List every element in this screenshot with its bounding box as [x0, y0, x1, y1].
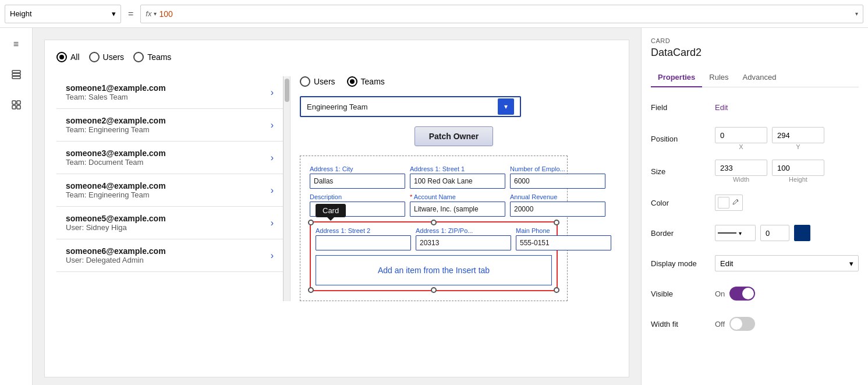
- visible-label: Visible: [651, 289, 715, 298]
- position-row: Position X Y: [651, 127, 859, 150]
- card-title: DataCard2: [651, 47, 859, 59]
- y-label: Y: [796, 143, 800, 150]
- card-tooltip: Card: [316, 204, 346, 217]
- dropdown-arrow-icon: ▾: [498, 98, 514, 115]
- field-input-1[interactable]: [410, 174, 505, 189]
- person-chevron-1: ›: [271, 120, 274, 130]
- fx-icon: fx: [146, 9, 151, 18]
- layers-icon[interactable]: [7, 65, 26, 84]
- size-row: Size Width Height: [651, 160, 859, 183]
- top-bar: Height ▾ = fx ▾ 100 ▾: [0, 0, 868, 28]
- border-style-dropdown[interactable]: ▾: [715, 225, 756, 241]
- scrollbar[interactable]: [284, 76, 290, 301]
- person-item-4[interactable]: someone5@example.com User: Sidney Higa ›: [56, 207, 283, 239]
- svg-rect-1: [12, 73, 20, 76]
- border-width-input[interactable]: [760, 225, 789, 241]
- form-radio-users-label: Users: [314, 77, 335, 86]
- tab-rules[interactable]: Rules: [702, 68, 735, 87]
- team-dropdown[interactable]: Engineering Team ▾: [300, 96, 521, 117]
- field-label-8: Main Phone: [516, 227, 611, 234]
- person-email-0: someone1@example.com: [66, 83, 271, 93]
- tab-advanced[interactable]: Advanced: [736, 68, 784, 87]
- width-fit-label: Width fit: [651, 320, 715, 329]
- radio-all[interactable]: All: [56, 52, 80, 62]
- display-mode-chevron: ▾: [849, 259, 853, 268]
- border-value-area: ▾: [715, 225, 859, 241]
- svg-rect-0: [12, 70, 20, 73]
- field-input-7[interactable]: [416, 235, 511, 250]
- radio-users[interactable]: Users: [89, 52, 125, 62]
- position-y-pair: Y: [772, 127, 824, 150]
- grid-icon[interactable]: [7, 96, 26, 114]
- radio-all-circle: [56, 52, 67, 62]
- radio-teams[interactable]: Teams: [133, 52, 171, 62]
- team-dropdown-value: Engineering Team: [307, 103, 368, 111]
- position-xy: X Y: [715, 127, 859, 150]
- visible-toggle[interactable]: [729, 287, 755, 301]
- form-radio-teams[interactable]: Teams: [347, 76, 385, 87]
- people-list: someone1@example.com Team: Sales Team › …: [56, 76, 284, 301]
- handle-tr[interactable]: [554, 220, 559, 225]
- x-label: X: [739, 143, 743, 150]
- height-label: Height: [10, 9, 32, 18]
- form-radio-teams-circle: [347, 76, 357, 87]
- field-input-2[interactable]: [510, 174, 605, 189]
- size-xy: Width Height: [715, 160, 859, 183]
- selected-card[interactable]: Card Address 1: Street 2 Address 1: ZIP: [310, 221, 558, 291]
- person-chevron-0: ›: [271, 87, 274, 98]
- form-radio-users[interactable]: Users: [300, 76, 335, 87]
- height-chevron-icon: ▾: [112, 9, 116, 18]
- person-team-5: User: Delegated Admin: [66, 256, 271, 264]
- field-input-4[interactable]: [410, 202, 505, 217]
- field-label-1: Address 1: Street 1: [410, 165, 505, 172]
- canvas-area: All Users Teams someone1@example.com T: [33, 28, 641, 385]
- field-group-2: Number of Emplo...: [510, 165, 605, 189]
- field-group-6: Address 1: Street 2: [316, 227, 411, 250]
- person-chevron-2: ›: [271, 153, 274, 163]
- display-mode-dropdown[interactable]: Edit ▾: [715, 255, 859, 271]
- handle-tm[interactable]: [431, 220, 437, 225]
- handle-bm[interactable]: [431, 287, 437, 293]
- insert-placeholder[interactable]: Add an item from the Insert tab: [316, 255, 552, 285]
- width-fit-toggle[interactable]: [729, 317, 755, 331]
- formula-bar[interactable]: fx ▾ 100 ▾: [140, 5, 863, 23]
- display-mode-label: Display mode: [651, 259, 715, 268]
- field-group-5: Annual Revenue: [510, 193, 605, 217]
- svg-rect-4: [17, 101, 20, 104]
- field-group-4: Account Name: [410, 193, 505, 217]
- handle-tl[interactable]: [308, 220, 314, 225]
- patch-owner-button[interactable]: Patch Owner: [414, 126, 494, 146]
- radio-teams-label: Teams: [147, 52, 171, 62]
- hamburger-icon[interactable]: ≡: [7, 35, 26, 54]
- field-input-0[interactable]: [310, 174, 405, 189]
- size-width-input[interactable]: [715, 160, 767, 176]
- person-item-0[interactable]: someone1@example.com Team: Sales Team ›: [56, 76, 283, 109]
- field-row: Field Edit: [651, 97, 859, 118]
- person-email-4: someone5@example.com: [66, 214, 271, 223]
- height-dropdown[interactable]: Height ▾: [5, 5, 121, 23]
- border-style-chevron: ▾: [739, 230, 742, 236]
- field-input-5[interactable]: [510, 202, 605, 217]
- field-group-8: Main Phone: [516, 227, 611, 250]
- person-info-5: someone6@example.com User: Delegated Adm…: [66, 246, 271, 264]
- visible-on-label: On: [715, 289, 725, 298]
- field-input-8[interactable]: [516, 235, 611, 250]
- person-item-1[interactable]: someone2@example.com Team: Engineering T…: [56, 109, 283, 142]
- person-item-5[interactable]: someone6@example.com User: Delegated Adm…: [56, 239, 283, 272]
- size-height-input[interactable]: [772, 160, 824, 176]
- person-item-3[interactable]: someone4@example.com Team: Engineering T…: [56, 174, 283, 207]
- form-radio-users-circle: [300, 76, 310, 87]
- handle-bl[interactable]: [308, 287, 314, 293]
- position-y-input[interactable]: [772, 127, 824, 143]
- handle-br[interactable]: [554, 287, 559, 293]
- field-input-6[interactable]: [316, 235, 411, 250]
- tab-properties[interactable]: Properties: [651, 68, 702, 87]
- person-item-2[interactable]: someone3@example.com Team: Document Team…: [56, 142, 283, 174]
- position-x-input[interactable]: [715, 127, 767, 143]
- border-color-swatch[interactable]: [794, 225, 810, 241]
- field-label-2: Number of Emplo...: [510, 165, 605, 172]
- size-width-pair: Width: [715, 160, 767, 183]
- two-col-layout: someone1@example.com Team: Sales Team › …: [56, 76, 617, 301]
- field-edit-link[interactable]: Edit: [715, 103, 728, 112]
- color-swatch-button[interactable]: [715, 195, 743, 211]
